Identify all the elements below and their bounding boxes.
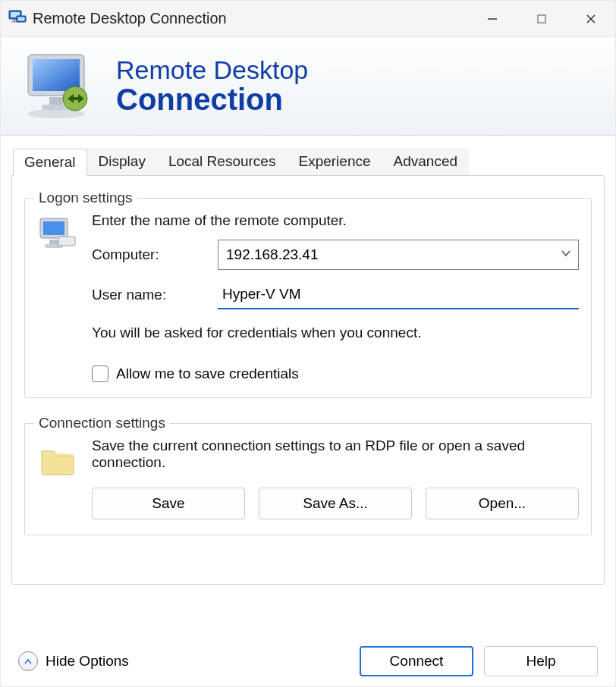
tab-strip: General Display Local Resources Experien… xyxy=(11,148,605,175)
group-connection-legend: Connection settings xyxy=(34,415,170,431)
header-title-line2: Connection xyxy=(116,83,308,116)
tab-display[interactable]: Display xyxy=(87,148,157,175)
group-logon-settings: Logon settings Enter the name of the rem… xyxy=(24,190,592,398)
group-connection-settings: Connection settings Save the current con… xyxy=(24,415,592,535)
logon-settings-icon xyxy=(37,212,78,382)
save-credentials-checkbox[interactable] xyxy=(92,365,108,382)
maximize-icon xyxy=(536,14,547,24)
tab-advanced[interactable]: Advanced xyxy=(382,148,470,175)
svg-rect-14 xyxy=(49,97,63,105)
svg-rect-18 xyxy=(43,221,64,235)
maximize-button[interactable] xyxy=(517,1,566,36)
connect-button[interactable]: Connect xyxy=(360,646,473,676)
content-area: General Display Local Resources Experien… xyxy=(1,136,615,585)
close-button[interactable] xyxy=(566,1,615,36)
hide-options-toggle[interactable]: Hide Options xyxy=(18,651,129,671)
folder-icon xyxy=(37,438,78,519)
close-icon xyxy=(586,14,596,24)
tab-local-resources[interactable]: Local Resources xyxy=(157,148,288,175)
svg-rect-5 xyxy=(18,17,25,20)
computer-input[interactable] xyxy=(218,240,579,270)
monitor-icon xyxy=(22,50,98,123)
collapse-up-icon xyxy=(18,651,38,671)
tab-panel-general: Logon settings Enter the name of the rem… xyxy=(11,175,605,585)
minimize-icon xyxy=(487,14,498,24)
hide-options-label: Hide Options xyxy=(46,653,129,670)
footer-bar: Hide Options Connect Help xyxy=(0,646,616,676)
credentials-note: You will be asked for credentials when y… xyxy=(92,320,579,341)
save-credentials-row: Allow me to save credentials xyxy=(92,352,579,382)
header-banner: Remote Desktop Connection xyxy=(1,37,615,136)
username-input[interactable] xyxy=(218,281,579,309)
save-as-button[interactable]: Save As... xyxy=(259,488,412,519)
header-title-line1: Remote Desktop xyxy=(116,56,308,84)
help-button[interactable]: Help xyxy=(484,646,598,676)
computer-combobox[interactable] xyxy=(218,240,579,270)
save-button[interactable]: Save xyxy=(92,488,245,519)
tab-experience[interactable]: Experience xyxy=(287,148,382,175)
computer-row: Computer: xyxy=(92,240,579,270)
app-icon xyxy=(8,8,27,30)
username-row: User name: xyxy=(92,281,579,309)
window-title: Remote Desktop Connection xyxy=(33,10,467,27)
svg-rect-13 xyxy=(33,59,80,91)
svg-rect-21 xyxy=(58,237,75,246)
username-label: User name: xyxy=(92,287,204,303)
save-credentials-label: Allow me to save credentials xyxy=(116,365,299,382)
header-title-block: Remote Desktop Connection xyxy=(116,56,308,117)
minimize-button[interactable] xyxy=(467,1,517,36)
svg-rect-7 xyxy=(538,15,545,23)
window-controls xyxy=(467,1,615,36)
connection-instruction: Save the current connection settings to … xyxy=(92,438,579,471)
svg-rect-19 xyxy=(49,240,58,244)
title-bar: Remote Desktop Connection xyxy=(1,1,615,37)
group-logon-legend: Logon settings xyxy=(34,190,137,206)
tab-general[interactable]: General xyxy=(13,149,87,176)
computer-label: Computer: xyxy=(92,246,204,263)
open-button[interactable]: Open... xyxy=(426,488,579,519)
logon-instruction: Enter the name of the remote computer. xyxy=(92,212,579,229)
